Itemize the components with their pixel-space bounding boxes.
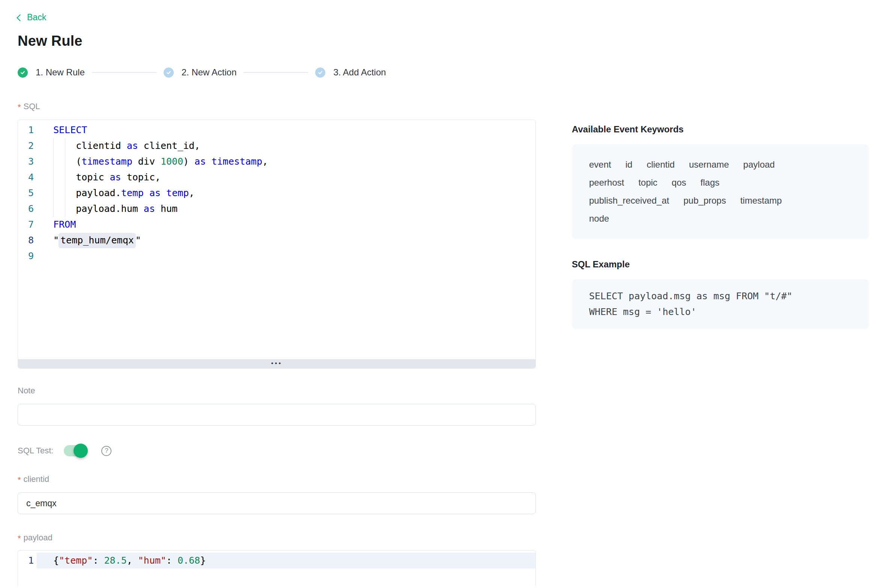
- step-check-icon: [18, 68, 28, 78]
- step-check-icon: [315, 68, 325, 78]
- sql-example-heading: SQL Example: [572, 259, 869, 270]
- event-keyword: payload: [743, 156, 775, 174]
- event-keyword: username: [689, 156, 729, 174]
- code-line[interactable]: 4 topic as topic,: [18, 170, 535, 185]
- required-asterisk: *: [18, 534, 21, 543]
- note-field-label: Note: [18, 386, 536, 396]
- line-number: 1: [18, 553, 34, 568]
- help-icon[interactable]: ?: [101, 446, 111, 456]
- note-input[interactable]: [18, 404, 536, 426]
- code-line[interactable]: 8"temp_hum/emqx": [18, 232, 535, 248]
- step-label: 2. New Action: [182, 67, 237, 78]
- step-connector: [244, 72, 308, 73]
- sql-field-label: * SQL: [18, 102, 536, 111]
- keyword-row: publish_received_atpub_propstimestamp: [589, 192, 852, 210]
- new-rule-page: Back New Rule 1. New Rule 2. New Action …: [0, 0, 884, 588]
- toggle-knob: [74, 444, 88, 458]
- step-check-icon: [164, 68, 174, 78]
- required-asterisk: *: [18, 102, 21, 112]
- line-number: 7: [18, 217, 34, 232]
- line-number: 3: [18, 154, 34, 170]
- event-keyword: peerhost: [589, 174, 624, 192]
- keyword-row: eventidclientidusernamepayload: [589, 156, 852, 174]
- event-keyword: event: [589, 156, 611, 174]
- editor-resize-handle[interactable]: •••: [18, 359, 535, 368]
- keywords-heading: Available Event Keywords: [572, 124, 869, 135]
- step-label: 3. Add Action: [333, 67, 386, 78]
- code-line[interactable]: 2 clientid as client_id,: [18, 138, 535, 154]
- keyword-row: node: [589, 210, 852, 228]
- sql-example-card: SELECT payload.msg as msg FROM "t/#"WHER…: [572, 279, 869, 329]
- event-keyword: timestamp: [740, 192, 782, 210]
- code-line[interactable]: 9: [18, 248, 535, 264]
- line-number: 1: [18, 122, 34, 138]
- payload-editor-body[interactable]: 1{"temp": 28.5, "hum": 0.68}: [18, 550, 535, 586]
- code-text: {"temp": 28.5, "hum": 0.68}: [34, 553, 206, 568]
- code-text: clientid as client_id,: [34, 138, 200, 154]
- clientid-field-label: * clientid: [18, 474, 536, 484]
- sql-code-editor[interactable]: 1SELECT2 clientid as client_id,3 (timest…: [18, 120, 536, 369]
- event-keyword: topic: [638, 174, 657, 192]
- page-title: New Rule: [18, 33, 869, 49]
- step-new-rule: 1. New Rule: [18, 67, 85, 78]
- event-keyword: pub_props: [683, 192, 726, 210]
- line-number: 9: [18, 248, 34, 264]
- code-text: FROM: [34, 217, 76, 232]
- code-line[interactable]: 5 payload.temp as temp,: [18, 185, 535, 201]
- code-text: topic as topic,: [34, 170, 161, 185]
- sql-example-line: SELECT payload.msg as msg FROM "t/#": [589, 288, 852, 304]
- keyword-row: peerhosttopicqosflags: [589, 174, 852, 192]
- sql-test-row: SQL Test: ?: [18, 445, 536, 456]
- code-line[interactable]: 3 (timestamp div 1000) as timestamp,: [18, 154, 535, 170]
- line-number: 4: [18, 170, 34, 185]
- code-text: [34, 248, 53, 264]
- code-text: payload.temp as temp,: [34, 185, 194, 201]
- code-text: "temp_hum/emqx": [34, 232, 141, 248]
- back-link[interactable]: Back: [18, 12, 46, 22]
- step-label: 1. New Rule: [36, 67, 85, 78]
- code-line[interactable]: 1{"temp": 28.5, "hum": 0.68}: [18, 553, 535, 568]
- event-keyword: clientid: [646, 156, 675, 174]
- event-keyword: publish_received_at: [589, 192, 669, 210]
- wizard-stepper: 1. New Rule 2. New Action 3. Add Action: [18, 67, 869, 78]
- step-new-action: 2. New Action: [164, 67, 237, 78]
- required-asterisk: *: [18, 475, 21, 485]
- code-line[interactable]: 6 payload.hum as hum: [18, 201, 535, 217]
- payload-code-editor[interactable]: 1{"temp": 28.5, "hum": 0.68}: [18, 550, 536, 586]
- back-label: Back: [27, 12, 46, 22]
- line-number: 5: [18, 185, 34, 201]
- keywords-card: eventidclientidusernamepayloadpeerhostto…: [572, 144, 869, 239]
- code-line[interactable]: 7FROM: [18, 217, 535, 232]
- event-keyword: qos: [672, 174, 686, 192]
- sql-test-label: SQL Test:: [18, 446, 53, 456]
- line-number: 6: [18, 201, 34, 217]
- event-keyword: node: [589, 210, 609, 228]
- step-connector: [92, 72, 156, 73]
- sql-example-line: WHERE msg = 'hello': [589, 304, 852, 320]
- sql-test-toggle[interactable]: [64, 445, 87, 456]
- sql-editor-body[interactable]: 1SELECT2 clientid as client_id,3 (timest…: [18, 120, 535, 359]
- line-number: 2: [18, 138, 34, 154]
- code-text: (timestamp div 1000) as timestamp,: [34, 154, 268, 170]
- event-keyword: flags: [701, 174, 720, 192]
- chevron-left-icon: [17, 14, 23, 21]
- step-add-action: 3. Add Action: [315, 67, 386, 78]
- clientid-input[interactable]: [18, 492, 536, 514]
- line-number: 8: [18, 232, 34, 248]
- code-text: payload.hum as hum: [34, 201, 177, 217]
- code-line[interactable]: 1SELECT: [18, 122, 535, 138]
- resize-dots-icon: •••: [271, 360, 283, 366]
- event-keyword: id: [625, 156, 633, 174]
- payload-field-label: * payload: [18, 533, 536, 543]
- code-text: SELECT: [34, 122, 87, 138]
